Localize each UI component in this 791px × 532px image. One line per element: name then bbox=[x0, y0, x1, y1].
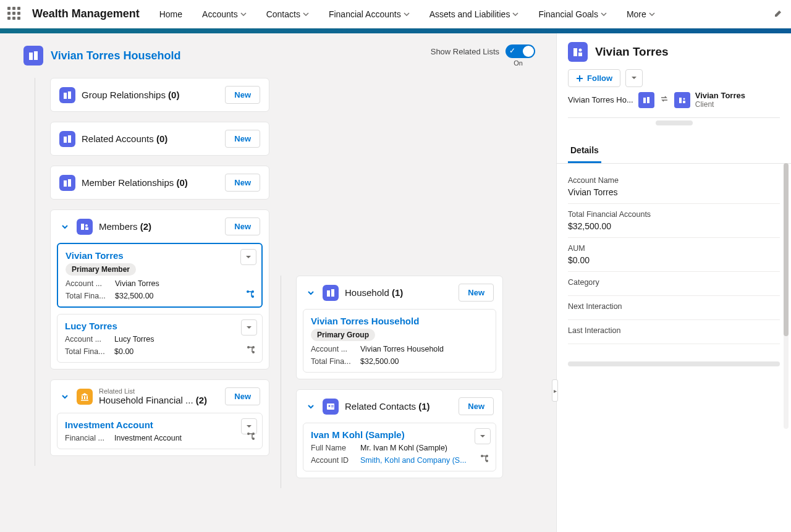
page-title: Vivian Torres Household bbox=[23, 46, 180, 65]
svg-rect-7 bbox=[68, 179, 71, 187]
related-contact-name-link[interactable]: Ivan M Kohl (Sample) bbox=[311, 429, 488, 440]
person-building-icon bbox=[77, 219, 93, 235]
hierarchy-icon[interactable] bbox=[246, 345, 256, 357]
member-card-vivian[interactable]: Vivian Torres Primary Member Account ...… bbox=[57, 243, 263, 308]
sidebar-scrollbar[interactable] bbox=[784, 163, 789, 429]
building-icon bbox=[323, 285, 339, 301]
card-household: Household (1) New Vivian Torres Househol… bbox=[296, 276, 503, 379]
svg-rect-18 bbox=[84, 396, 85, 399]
field-aum: AUM$0.00 bbox=[568, 238, 780, 272]
building-icon bbox=[59, 175, 75, 191]
member-name-link[interactable]: Lucy Torres bbox=[65, 321, 255, 331]
svg-point-9 bbox=[85, 224, 88, 227]
household-name-link[interactable]: Vivian Torres Household bbox=[311, 316, 488, 326]
building-icon bbox=[59, 87, 75, 103]
hierarchy-icon[interactable] bbox=[245, 289, 255, 302]
field-account-name: Account NameVivian Torres bbox=[568, 170, 780, 204]
svg-rect-5 bbox=[68, 135, 71, 143]
nav-financial-accounts[interactable]: Financial Accounts bbox=[321, 0, 417, 28]
sidebar-title: Vivian Torres bbox=[595, 45, 669, 59]
nav-more[interactable]: More bbox=[619, 0, 662, 28]
top-nav: Wealth Management Home Accounts Contacts… bbox=[0, 0, 791, 28]
svg-point-34 bbox=[579, 49, 582, 52]
new-group-relationship-button[interactable]: New bbox=[225, 86, 260, 104]
new-household-button[interactable]: New bbox=[459, 284, 494, 302]
new-member-button[interactable]: New bbox=[225, 217, 260, 235]
nav-contacts[interactable]: Contacts bbox=[259, 0, 316, 28]
contact-card-icon bbox=[323, 399, 339, 415]
sidebar-collapse-handle[interactable]: ▸ bbox=[552, 379, 558, 402]
related-contact-card[interactable]: Ivan M Kohl (Sample) Full NameMr. Ivan M… bbox=[303, 423, 496, 471]
svg-rect-8 bbox=[81, 224, 84, 230]
brand-band bbox=[0, 28, 791, 33]
nav-assets-liabilities[interactable]: Assets and Liabilities bbox=[422, 0, 527, 28]
svg-rect-24 bbox=[327, 290, 330, 297]
svg-rect-10 bbox=[85, 227, 88, 230]
member-name-link[interactable]: Vivian Torres bbox=[66, 250, 254, 261]
collapse-members-icon[interactable] bbox=[59, 221, 70, 232]
svg-rect-25 bbox=[331, 289, 334, 297]
hierarchy-icon[interactable] bbox=[246, 431, 256, 444]
new-member-relationship-button[interactable]: New bbox=[225, 174, 260, 192]
svg-point-39 bbox=[683, 98, 685, 99]
drag-handle[interactable] bbox=[656, 120, 693, 125]
page-header: Vivian Torres Household Show Related Lis… bbox=[23, 44, 550, 67]
collapse-hhfin-icon[interactable] bbox=[59, 391, 70, 402]
svg-rect-40 bbox=[683, 101, 685, 103]
new-related-account-button[interactable]: New bbox=[225, 130, 260, 148]
edit-nav-icon[interactable] bbox=[774, 8, 784, 20]
svg-rect-33 bbox=[573, 48, 577, 56]
related-contact-actions-dropdown[interactable] bbox=[475, 428, 491, 444]
new-related-contact-button[interactable]: New bbox=[459, 397, 494, 415]
svg-rect-3 bbox=[68, 91, 71, 99]
sidebar-tabs: Details bbox=[557, 139, 791, 164]
member-actions-dropdown[interactable] bbox=[241, 319, 257, 336]
relation-right-name[interactable]: Vivian Torres bbox=[695, 91, 745, 100]
nav-financial-goals[interactable]: Financial Goals bbox=[531, 0, 614, 28]
show-related-lists-toggle[interactable]: ✓ bbox=[505, 44, 535, 58]
app-launcher-icon[interactable] bbox=[7, 7, 22, 22]
toggle-label: Show Related Lists bbox=[431, 47, 499, 56]
svg-rect-19 bbox=[87, 396, 88, 399]
nav-home[interactable]: Home bbox=[152, 0, 190, 28]
follow-button[interactable]: Follow bbox=[568, 69, 620, 87]
member-card-lucy[interactable]: Lucy Torres Account ...Lucy Torres Total… bbox=[57, 314, 263, 363]
swap-icon bbox=[659, 94, 669, 106]
tab-details[interactable]: Details bbox=[568, 139, 601, 163]
collapse-household-icon[interactable] bbox=[305, 287, 316, 298]
chevron-down-icon bbox=[240, 11, 247, 17]
main-column: Vivian Torres Household Show Related Lis… bbox=[0, 33, 556, 532]
svg-rect-29 bbox=[331, 407, 334, 407]
field-next-interaction: Next Interaction bbox=[568, 296, 780, 320]
app-title: Wealth Management bbox=[32, 7, 140, 20]
account-id-link[interactable]: Smith, Kohl and Company (S... bbox=[360, 456, 488, 465]
page-title-link[interactable]: Vivian Torres Household bbox=[51, 49, 180, 62]
svg-rect-2 bbox=[64, 93, 67, 99]
card-group-relationships: Group Relationships (0) New bbox=[50, 78, 269, 112]
workspace: Vivian Torres Household Show Related Lis… bbox=[0, 33, 791, 532]
collapse-relcon-icon[interactable] bbox=[305, 401, 316, 412]
hhfin-item-card[interactable]: Investment Account Financial ...Investme… bbox=[57, 413, 263, 449]
primary-group-badge: Primary Group bbox=[311, 329, 375, 341]
field-last-interaction: Last Interaction bbox=[568, 320, 780, 344]
card-members: Members (2) New Vivian Torres Primary Me… bbox=[50, 209, 269, 369]
hhfin-name-link[interactable]: Investment Account bbox=[65, 420, 255, 430]
primary-member-badge: Primary Member bbox=[66, 263, 136, 276]
sidebar: ▸ Vivian Torres Follow Vivian Torres Ho.… bbox=[556, 33, 791, 532]
hierarchy-icon[interactable] bbox=[480, 454, 489, 466]
relation-left[interactable]: Vivian Torres Ho... bbox=[568, 95, 633, 104]
sidebar-horiz-scrollbar[interactable] bbox=[568, 361, 780, 366]
member-actions-dropdown[interactable] bbox=[240, 249, 256, 265]
chevron-down-icon bbox=[512, 11, 518, 17]
card-related-contacts: Related Contacts (1) New Ivan M Kohl (Sa… bbox=[296, 389, 503, 478]
household-item-card[interactable]: Vivian Torres Household Primary Group Ac… bbox=[303, 309, 496, 373]
field-category: Category bbox=[568, 272, 780, 296]
building-icon bbox=[638, 92, 654, 108]
nav-accounts[interactable]: Accounts bbox=[195, 0, 254, 28]
new-hhfin-button[interactable]: New bbox=[225, 387, 260, 405]
sidebar-actions-dropdown[interactable] bbox=[625, 69, 643, 87]
svg-rect-36 bbox=[643, 98, 646, 103]
building-icon bbox=[59, 131, 75, 147]
svg-rect-20 bbox=[81, 400, 88, 401]
toggle-state: On bbox=[514, 59, 523, 67]
